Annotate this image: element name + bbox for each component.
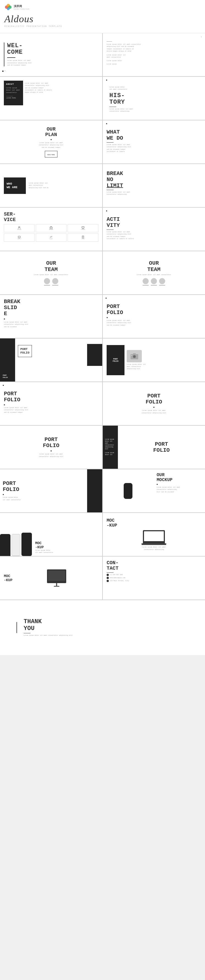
slide-breakslide[interactable]: BREAKSLIDE Lorem ipsum dolor sit ametcon… (0, 295, 102, 338)
slide-portfolio-3[interactable]: PORTFOLIO Lorem ipsum dolor sitamet cons… (103, 339, 205, 382)
slide-history[interactable]: Lorem ipsum dolorsit amet consectetur HI… (103, 77, 205, 120)
activity-body: Lorem ipsum dolor sit ametconsectetur ad… (107, 231, 201, 240)
slide2-body: Lorem ipsum dolor sit amet consecteturad… (107, 43, 201, 52)
slide-portfolio-4[interactable]: PORTFOLIO Lorem ipsum dolor sit ametcons… (0, 382, 102, 425)
svg-rect-6 (82, 227, 84, 228)
svg-point-3 (7, 7, 10, 10)
logo-icon (5, 3, 12, 11)
service-icon-4: TABLET (4, 234, 35, 242)
main-title: Aldous (5, 13, 200, 25)
service-icon-5: CHART (36, 234, 67, 242)
camera-image (127, 350, 142, 362)
slide-portfolio-1[interactable]: PORTFOLIO Lorem ipsum dolor sit ametcons… (103, 295, 205, 338)
slide-service[interactable]: SER-VICE PERSON DESIGN SCREEN TABLET (0, 208, 102, 251)
who-black-box: WHOWE ARE (4, 177, 26, 194)
portfolio4-title: PORTFOLIO (4, 391, 98, 403)
slide-contact[interactable]: CON-TACT +1 234 567 890 email@example.co… (103, 557, 205, 600)
break-title: BREAKNOLIMIT (107, 170, 201, 189)
team1-avatars (44, 278, 58, 286)
dot-icon (2, 70, 3, 72)
about-body: Lorem ipsum dolor sit ametconsectetur ad… (25, 82, 98, 94)
portfolio8-title: PORTFOLIO (3, 480, 84, 493)
monitor-stand (56, 583, 57, 586)
whatwedo-body: Lorem ipsum dolor sit ametconsectetur ad… (107, 144, 201, 153)
email-icon (107, 577, 109, 579)
slide-thankyou: THANKYOU Lorem ipsum dolor sit amet cons… (0, 600, 205, 655)
monitor-icon (47, 570, 66, 583)
slide-mockup-3[interactable]: MOC-KUP Lorem ipsum dolor sit amet conse… (0, 557, 102, 600)
portfolio7-title: PORTFOLIO (153, 441, 170, 453)
slides-grid: •• WEL-COME Lorem ipsum dolor sit ametco… (0, 33, 205, 655)
slide-activity[interactable]: ACTIVITY Lorem ipsum dolor sit ametconse… (103, 208, 205, 251)
team2-avatars (143, 278, 165, 286)
breakslide-body: Lorem ipsum dolor sit ametconsectetur ad… (4, 321, 98, 328)
slide-portfolio-2[interactable]: PORTFOLIO PORTFOLIO (0, 339, 102, 382)
slide-welcome[interactable]: •• WEL-COME Lorem ipsum dolor sit ametco… (0, 33, 102, 76)
portfolio6-body: Lorem ipsum dolor sit ametconsectetur ad… (39, 453, 63, 458)
laptop-base (141, 543, 166, 545)
svg-rect-8 (18, 236, 20, 238)
slide-portfolio-7[interactable]: Lorem ipsumdolor sit ametconsecteturadip… (103, 426, 205, 469)
thank-body: Lorem ipsum dolor sit amet consectetur a… (24, 635, 72, 636)
break-body: Lorem ipsum dolor sit ametconsectetur ad… (107, 191, 201, 196)
history-title: HIS-TORY (109, 92, 201, 106)
service-icon-6: PHONE (67, 234, 98, 242)
phone-icon (107, 574, 109, 576)
slide-mockup-1[interactable]: MOC-KUP Lorem ipsum dolorsit amet consec… (0, 513, 102, 556)
team1-title: OURTEAM (45, 260, 58, 273)
slide-ourteam-1[interactable]: OURTEAM Lorem ipsum dolor sit amet conse… (0, 251, 102, 294)
header-section: 演界网 DEMO FANCIER Aldous MINIMALISTIC PRE… (0, 0, 205, 33)
service-icon-3: SCREEN (67, 224, 98, 232)
slide-ourteam-2[interactable]: OURTEAM Lorem ipsum dolor sit amet conse… (103, 251, 205, 294)
team2-body: Lorem ipsum dolor sit amet consectetur (136, 274, 171, 276)
slide-whatwedo[interactable]: WHATWE DO Lorem ipsum dolor sit ametcons… (103, 121, 205, 164)
logo-area: 演界网 DEMO FANCIER (5, 3, 200, 11)
thank-line (16, 622, 17, 633)
slide-about[interactable]: ABOUT Lorem ipsumdolor sit ametconsectet… (0, 77, 102, 120)
ourmockup-title: OURMOCKUP (157, 473, 202, 482)
laptop-icon (143, 530, 165, 543)
plan-title: OURPLAN (45, 126, 57, 137)
slide-ourmockup[interactable]: OURMOCKUP Lorem ipsum dolor sit ametcons… (103, 469, 205, 512)
team1-body: Lorem ipsum dolor sit amet consectetur (34, 274, 68, 276)
slide-plan[interactable]: OURPLAN Lorem ipsum dolor sit ametconsec… (0, 121, 102, 164)
sub-title: MINIMALISTIC PRESENTATION TEMPLATE (5, 25, 200, 27)
mockup2-title: MOC-KUP (107, 518, 117, 528)
contact-email: email@example.com (107, 577, 201, 579)
svg-rect-5 (50, 227, 52, 229)
portfolio5-title: PORTFOLIO (146, 393, 162, 405)
slide-portfolio-5[interactable]: PORTFOLIO Lorem ipsum dolor sit ametcons… (103, 382, 205, 425)
slide-2: ◀ Lorem ipsum dolor sit amet consectetur… (103, 33, 205, 76)
monitor-base (54, 586, 59, 587)
thank-title: THANKYOU (24, 618, 72, 632)
slide-break[interactable]: BREAKNOLIMIT Lorem ipsum dolor sit ametc… (103, 164, 205, 207)
logo-sub: DEMO FANCIER (14, 8, 30, 10)
slide-whoweare[interactable]: WHOWE ARE Lorem ipsum dolor sitamet cons… (0, 164, 102, 207)
mockup1-title: MOC-KUP (35, 541, 100, 549)
slide-mockup-2[interactable]: MOC-KUP Lorem ipsum dolor sit ametconsec… (103, 513, 205, 556)
service-title: SER-VICE (4, 212, 98, 223)
logo-text: 演界网 (14, 5, 30, 8)
service-icon-1: PERSON (4, 224, 35, 232)
team2-title: OURTEAM (147, 260, 160, 273)
who-body: Lorem ipsum dolor sitamet consecteturadi… (29, 182, 49, 189)
portfolio6-title: PORTFOLIO (43, 437, 59, 449)
about-label: ABOUT (6, 83, 21, 85)
about-black-box: ABOUT Lorem ipsumdolor sit ametconsectet… (4, 81, 23, 105)
portfolio5-body: Lorem ipsum dolor sit ametconsectetur ad… (141, 409, 166, 414)
breakslide-title: BREAKSLIDE (4, 299, 98, 317)
welcome-title: WEL-COME (7, 43, 98, 56)
portfolio1-body: Lorem ipsum dolor sit ametconsectetur ad… (107, 320, 201, 326)
plan-body: Lorem ipsum dolor sit ametconsectetur ad… (39, 142, 63, 149)
mockup1-body: Lorem ipsum dolorsit amet consectetur (35, 549, 100, 554)
portfolio4-body: Lorem ipsum dolor sit ametconsectetur ad… (4, 407, 98, 414)
location-icon (107, 580, 109, 582)
slide-portfolio-8[interactable]: PORTFOLIO Lorem ipsum dolorsit amet cons… (0, 469, 102, 512)
portfolio8-body: Lorem ipsum dolorsit amet consectetur (3, 496, 84, 501)
portfolio1-title: PORTFOLIO (107, 304, 201, 316)
service-icon-2: DESIGN (36, 224, 67, 232)
ourmockup-body: Lorem ipsum dolor sit ametconsectetur ad… (157, 486, 202, 493)
history-pre: Lorem ipsum dolorsit amet consectetur (109, 86, 201, 91)
contact-phone: +1 234 567 890 (107, 574, 201, 576)
slide-portfolio-6[interactable]: PORTFOLIO Lorem ipsum dolor sit ametcons… (0, 426, 102, 469)
